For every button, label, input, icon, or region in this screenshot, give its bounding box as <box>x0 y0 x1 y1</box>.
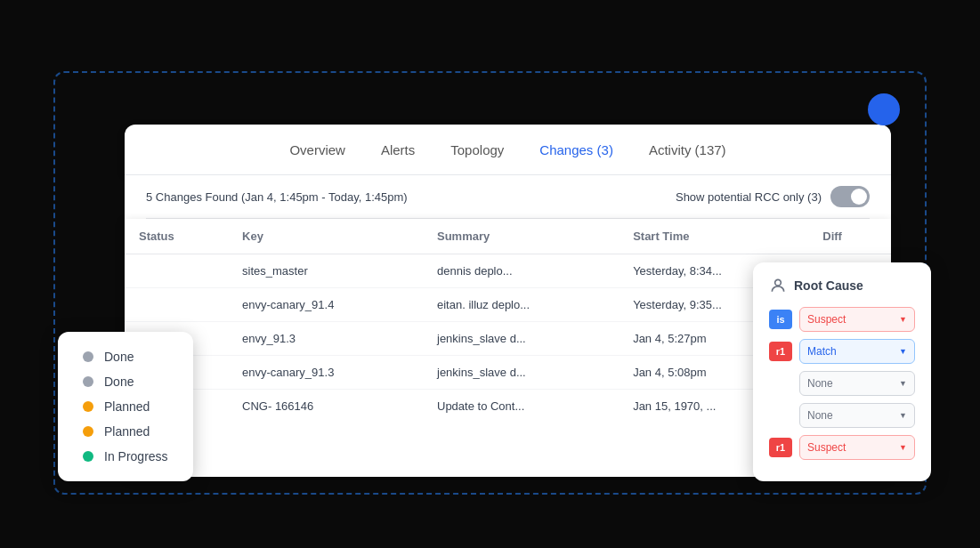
legend-dot <box>83 351 93 362</box>
col-diff: Diff <box>808 219 891 254</box>
chevron-down-icon: ▼ <box>899 443 907 452</box>
cell-status <box>125 288 228 322</box>
rc-dropdown[interactable]: None ▼ <box>799 371 915 396</box>
rc-dropdown-label: None <box>807 409 833 422</box>
cell-summary: dennis deplo... <box>423 254 619 288</box>
rc-dropdown[interactable]: Suspect ▼ <box>799 435 915 460</box>
cell-summary: Update to Cont... <box>423 390 619 423</box>
person-icon <box>769 277 787 294</box>
rc-rows: is Suspect ▼ r1 Match ▼ None ▼ None ▼ r1… <box>769 307 915 460</box>
root-cause-header: Root Cause <box>769 277 915 294</box>
legend-label: Done <box>104 350 134 364</box>
root-cause-title: Root Cause <box>794 278 863 293</box>
legend-label: Planned <box>104 424 150 439</box>
tab-topology[interactable]: Topology <box>450 139 504 161</box>
rc-dropdown-label: Suspect <box>807 441 846 454</box>
legend-item: In Progress <box>83 449 168 463</box>
chevron-down-icon: ▼ <box>899 379 907 388</box>
cell-key: envy-canary_91.4 <box>228 288 423 322</box>
legend-item: Done <box>83 350 168 364</box>
chevron-down-icon: ▼ <box>899 411 907 420</box>
rc-dropdown-label: Match <box>807 345 837 358</box>
chevron-down-icon: ▼ <box>899 315 907 324</box>
cell-key: sites_master <box>228 254 423 288</box>
legend-item: Planned <box>83 399 168 414</box>
legend-dot <box>83 401 93 412</box>
rc-row: None ▼ <box>769 371 915 396</box>
table-header-row: Status Key Summary Start Time Diff <box>125 219 891 254</box>
svg-point-0 <box>775 279 782 286</box>
root-cause-panel: Root Cause is Suspect ▼ r1 Match ▼ None … <box>753 262 931 481</box>
rc-badge: r1 <box>769 438 792 457</box>
legend-item: Done <box>83 375 168 389</box>
rc-badge: is <box>769 310 792 329</box>
filter-bar: 5 Changes Found (Jan 4, 1:45pm - Today, … <box>125 174 891 218</box>
col-status: Status <box>125 219 228 254</box>
col-summary: Summary <box>423 219 619 254</box>
rcc-label: Show potential RCC only (3) <box>676 190 822 204</box>
chevron-down-icon: ▼ <box>899 347 907 356</box>
rc-row: is Suspect ▼ <box>769 307 915 332</box>
rc-dropdown[interactable]: Match ▼ <box>799 339 915 364</box>
rc-dropdown-label: Suspect <box>807 313 846 326</box>
rcc-toggle-area: Show potential RCC only (3) <box>676 186 870 207</box>
rc-row: None ▼ <box>769 403 915 428</box>
cell-key: CNG- 166146 <box>228 390 423 423</box>
rc-dropdown[interactable]: Suspect ▼ <box>799 307 915 332</box>
legend-dot <box>83 376 93 387</box>
tab-overview[interactable]: Overview <box>289 139 345 161</box>
cell-summary: eitan. illuz deplo... <box>423 288 619 322</box>
col-key: Key <box>228 219 423 254</box>
cell-summary: jenkins_slave d... <box>423 356 619 390</box>
rc-dropdown-label: None <box>807 377 833 390</box>
tab-changes[interactable]: Changes (3) <box>539 139 613 161</box>
rc-row: r1 Match ▼ <box>769 339 915 364</box>
legend-label: Done <box>104 375 134 389</box>
filter-text: 5 Changes Found (Jan 4, 1:45pm - Today, … <box>146 190 408 204</box>
tab-alerts[interactable]: Alerts <box>381 139 415 161</box>
blue-circle-indicator <box>868 93 900 125</box>
col-start-time: Start Time <box>619 219 808 254</box>
legend-dot <box>83 451 93 462</box>
status-legend: Done Done Planned Planned In Progress <box>58 332 193 481</box>
cell-key: envy_91.3 <box>228 322 423 356</box>
rcc-toggle[interactable] <box>830 186 870 207</box>
tab-activity[interactable]: Activity (137) <box>649 139 726 161</box>
rc-dropdown[interactable]: None ▼ <box>799 403 915 428</box>
rc-badge: r1 <box>769 342 792 361</box>
cell-status <box>125 254 228 288</box>
legend-label: Planned <box>104 399 150 414</box>
legend-label: In Progress <box>104 449 168 463</box>
legend-item: Planned <box>83 424 168 439</box>
cell-key: envy-canary_91.3 <box>228 356 423 390</box>
tabs-panel: Overview Alerts Topology Changes (3) Act… <box>125 125 891 174</box>
rc-row: r1 Suspect ▼ <box>769 435 915 460</box>
cell-summary: jenkins_slave d... <box>423 322 619 356</box>
legend-dot <box>83 426 93 437</box>
